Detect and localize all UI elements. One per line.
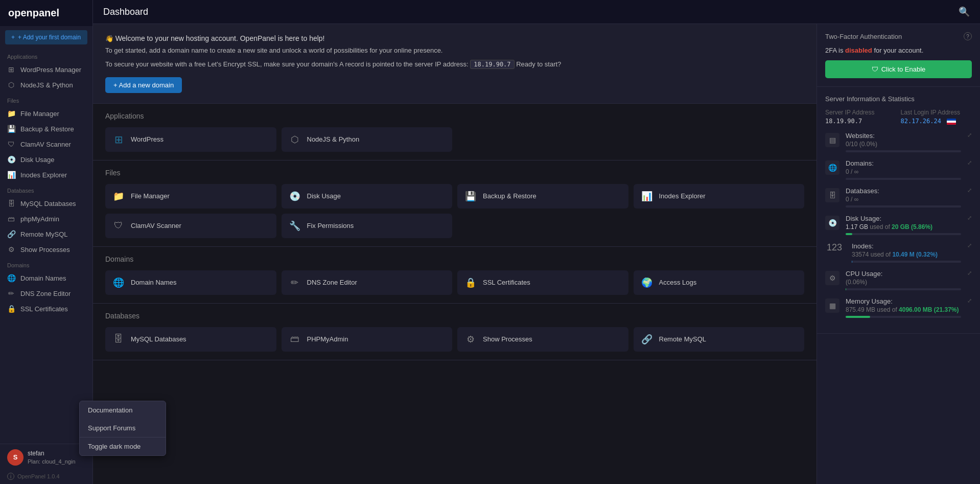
stat-bar bbox=[846, 233, 961, 235]
stat-bar bbox=[846, 205, 961, 208]
expand-icon[interactable]: ⤢ bbox=[967, 187, 972, 194]
app-remote-mysql[interactable]: 🔗 Remote MySQL bbox=[634, 327, 805, 352]
context-menu-dark-mode[interactable]: Toggle dark mode bbox=[80, 437, 166, 455]
user-plan: Plan: cloud_4_ngin bbox=[28, 458, 76, 466]
backup-icon: 💾 bbox=[463, 189, 478, 203]
enable-btn-label: Click to Enable bbox=[881, 65, 926, 73]
sidebar-item-disk[interactable]: 💿 Disk Usage bbox=[0, 152, 92, 167]
app-ssl[interactable]: 🔒 SSL Certificates bbox=[457, 270, 628, 295]
info-icon: i bbox=[7, 473, 14, 480]
sidebar-item-phpmyadmin[interactable]: 🗃 phpMyAdmin bbox=[0, 211, 92, 226]
inodes-icon: 📊 bbox=[640, 189, 654, 203]
sidebar-item-label: SSL Certificates bbox=[20, 305, 68, 313]
app-inodes[interactable]: 📊 Inodes Explorer bbox=[634, 184, 805, 209]
sidebar-item-inodes[interactable]: 📊 Inodes Explorer bbox=[0, 167, 92, 182]
sidebar-item-nodejs[interactable]: ⬡ NodeJS & Python bbox=[0, 77, 92, 93]
content-area: 👋 Welcome to your new hosting account. O… bbox=[93, 24, 980, 484]
stat-value: 0/10 (0.0%) bbox=[846, 141, 961, 148]
sidebar-item-wordpress[interactable]: ⊞ WordPress Manager bbox=[0, 62, 92, 77]
sidebar-item-remote-mysql[interactable]: 🔗 Remote MySQL bbox=[0, 226, 92, 242]
cpu-stat-icon: ⚙ bbox=[825, 271, 839, 285]
stat-domains: 🌐 Domains: 0 / ∞ ⤢ bbox=[825, 159, 972, 180]
sidebar-item-label: Backup & Restore bbox=[20, 125, 74, 133]
server-ip-item: Server IP Address 18.19.90.7 bbox=[825, 109, 897, 125]
app-nodejs[interactable]: ⬡ NodeJS & Python bbox=[282, 127, 453, 152]
app-access-logs[interactable]: 🌍 Access Logs bbox=[634, 270, 805, 295]
app-label: Disk Usage bbox=[307, 192, 341, 200]
app-file-manager[interactable]: 📁 File Manager bbox=[105, 184, 276, 209]
sidebar-item-label: phpMyAdmin bbox=[20, 215, 59, 223]
phpmyadmin-icon: 🗃 bbox=[288, 332, 302, 347]
processes-icon: ⚙ bbox=[7, 245, 15, 253]
twofa-status: 2FA is disabled for your account. bbox=[825, 47, 972, 54]
sidebar-section-domains: Domains bbox=[0, 257, 92, 270]
last-login-label: Last Login IP Address bbox=[901, 109, 972, 116]
globe-icon: 🌐 bbox=[111, 275, 126, 290]
twofa-help-icon[interactable]: ? bbox=[964, 32, 972, 40]
version-label: OpenPanel 1.0.4 bbox=[17, 473, 60, 479]
files-section-title: Files bbox=[105, 169, 804, 177]
search-button[interactable]: 🔍 bbox=[959, 6, 970, 17]
app-phpmyadmin[interactable]: 🗃 PHPMyAdmin bbox=[282, 327, 453, 352]
app-show-processes[interactable]: ⚙ Show Processes bbox=[457, 327, 628, 352]
stat-content: Disk Usage: 1.17 GB used of 20 GB (5.86%… bbox=[846, 215, 961, 235]
sidebar-item-mysql[interactable]: 🗄 MySQL Databases bbox=[0, 196, 92, 211]
twofa-title-text: Two-Factor Authentication bbox=[825, 33, 902, 40]
flag-icon bbox=[947, 119, 956, 125]
stat-value: 0 / ∞ bbox=[846, 196, 961, 203]
files-grid: 📁 File Manager 💿 Disk Usage 💾 Backup & R… bbox=[105, 184, 804, 238]
expand-icon[interactable]: ⤢ bbox=[967, 215, 972, 221]
app-backup[interactable]: 💾 Backup & Restore bbox=[457, 184, 628, 209]
twofa-section: Two-Factor Authentication ? 2FA is disab… bbox=[817, 24, 980, 87]
stat-value: 33574 used of 10.49 M (0.32%) bbox=[852, 251, 961, 258]
add-new-domain-button[interactable]: + Add a new domain bbox=[105, 77, 182, 93]
processes-icon: ⚙ bbox=[463, 332, 478, 347]
app-dns-zone[interactable]: ✏ DNS Zone Editor bbox=[282, 270, 453, 295]
stat-bar bbox=[846, 178, 961, 180]
stat-label: Websites: bbox=[846, 132, 961, 140]
stat-content: Inodes: 33574 used of 10.49 M (0.32%) bbox=[852, 242, 961, 263]
app-mysql[interactable]: 🗄 MySQL Databases bbox=[105, 327, 276, 352]
app-disk-usage[interactable]: 💿 Disk Usage bbox=[282, 184, 453, 209]
context-menu-documentation[interactable]: Documentation bbox=[80, 401, 166, 419]
sidebar-section-applications: Applications bbox=[0, 49, 92, 62]
app-label: ClamAV Scanner bbox=[131, 222, 181, 229]
ssl-icon: 🔒 bbox=[7, 305, 15, 313]
context-menu-support[interactable]: Support Forums bbox=[80, 419, 166, 437]
sidebar-item-dns-zone[interactable]: ✏ DNS Zone Editor bbox=[0, 286, 92, 301]
inodes-number: 123 bbox=[825, 242, 844, 253]
sidebar-item-file-manager[interactable]: 📁 File Manager bbox=[0, 106, 92, 121]
app-clamav[interactable]: 🛡 ClamAV Scanner bbox=[105, 214, 276, 238]
sidebar-item-show-processes[interactable]: ⚙ Show Processes bbox=[0, 242, 92, 257]
disk-stat-icon: 💿 bbox=[825, 216, 839, 230]
memory-stat-icon: ▦ bbox=[825, 298, 839, 313]
expand-icon[interactable]: ⤢ bbox=[967, 159, 972, 166]
add-first-domain-button[interactable]: + + Add your first domain bbox=[5, 30, 87, 44]
expand-icon[interactable]: ⤢ bbox=[967, 132, 972, 139]
stat-label: Databases: bbox=[846, 187, 961, 195]
app-wordpress[interactable]: ⊞ WordPress bbox=[105, 127, 276, 152]
sidebar-item-domain-names[interactable]: 🌐 Domain Names bbox=[0, 270, 92, 286]
last-login-item: Last Login IP Address 82.17.26.24 bbox=[901, 109, 972, 125]
app-label: File Manager bbox=[131, 192, 170, 200]
wave-emoji: 👋 bbox=[105, 35, 115, 42]
click-to-enable-button[interactable]: 🛡 Click to Enable bbox=[825, 60, 972, 78]
app-fix-permissions[interactable]: 🔧 Fix Permissions bbox=[282, 214, 453, 238]
disk-icon: 💿 bbox=[7, 155, 15, 164]
app-domain-names[interactable]: 🌐 Domain Names bbox=[105, 270, 276, 295]
expand-icon[interactable]: ⤢ bbox=[967, 242, 972, 249]
remote-icon: 🔗 bbox=[7, 230, 15, 238]
dashboard-main: 👋 Welcome to your new hosting account. O… bbox=[93, 24, 816, 484]
expand-icon[interactable]: ⤢ bbox=[967, 297, 972, 304]
sidebar-item-label: Show Processes bbox=[20, 246, 70, 253]
expand-icon[interactable]: ⤢ bbox=[967, 270, 972, 276]
sidebar-item-ssl[interactable]: 🔒 SSL Certificates bbox=[0, 301, 92, 316]
app-label: Remote MySQL bbox=[659, 335, 706, 343]
sidebar-item-backup[interactable]: 💾 Backup & Restore bbox=[0, 121, 92, 136]
stat-content: Memory Usage: 875.49 MB used of 4096.00 … bbox=[846, 297, 961, 318]
stat-databases: 🗄 Databases: 0 / ∞ ⤢ bbox=[825, 187, 972, 208]
app-label: Show Processes bbox=[483, 335, 532, 343]
db-icon: 🗄 bbox=[111, 332, 126, 347]
user-area[interactable]: S stefan Plan: cloud_4_ngin bbox=[0, 444, 92, 471]
sidebar-item-clamav[interactable]: 🛡 ClamAV Scanner bbox=[0, 136, 92, 152]
